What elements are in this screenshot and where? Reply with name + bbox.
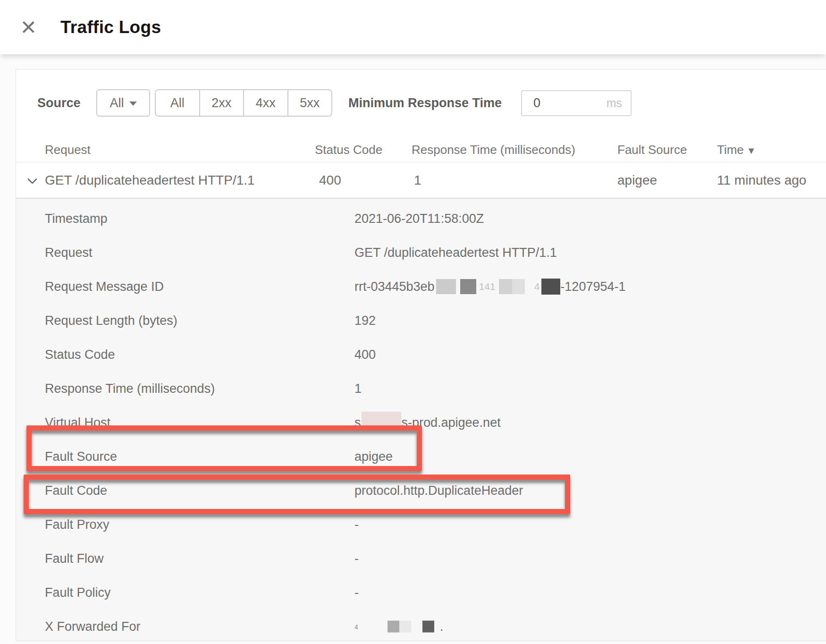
status-filter-4xx[interactable]: 4xx <box>243 90 287 116</box>
min-response-time-label: Minimum Response Time <box>348 96 502 110</box>
msgid-ghost-text: 4 <box>534 281 540 292</box>
status-filter-5xx[interactable]: 5xx <box>287 90 332 116</box>
redaction-block <box>460 279 476 294</box>
traffic-logs-card: Source All All 2xx 4xx 5xx Minimum Respo… <box>16 69 826 641</box>
min-response-time-field: ms <box>521 90 632 116</box>
redaction-block <box>399 621 411 633</box>
xff-ghost-text: 4 <box>354 623 358 630</box>
redaction-block <box>436 279 456 294</box>
detail-label: Request Message ID <box>45 280 164 294</box>
detail-value: 1 <box>354 381 362 396</box>
caret-down-icon <box>129 102 137 106</box>
detail-label: X Forwarded For <box>45 619 141 634</box>
detail-label: Status Code <box>45 347 115 362</box>
close-icon[interactable]: × <box>21 13 36 40</box>
detail-row-timestamp: Timestamp 2021-06-20T11:58:00Z <box>16 202 826 236</box>
ms-unit-label: ms <box>607 96 631 110</box>
column-status-code[interactable]: Status Code <box>315 142 382 157</box>
msgid-ghost-text: 141 <box>479 281 496 292</box>
detail-label: Request <box>45 246 93 260</box>
detail-row-status-code: Status Code 400 <box>16 338 826 372</box>
redaction-block <box>422 621 434 633</box>
detail-row-request: Request GET /duplicateheadertest HTTP/1.… <box>16 236 826 270</box>
detail-row-response-time: Response Time (milliseconds) 1 <box>16 372 826 406</box>
detail-row-fault-flow: Fault Flow - <box>16 542 826 576</box>
min-response-time-input[interactable] <box>522 95 583 111</box>
page-title: Traffic Logs <box>60 17 161 37</box>
source-dropdown[interactable]: All <box>96 89 150 117</box>
panel-header: × Traffic Logs <box>0 0 826 54</box>
msgid-prefix: rrt-03445b3eb <box>354 280 435 294</box>
highlight-box-fault-source <box>26 425 422 471</box>
column-request[interactable]: Request <box>45 142 91 157</box>
detail-row-request-message-id: Request Message ID rrt-03445b3eb 141 4 -… <box>16 270 826 304</box>
collapse-chevron-icon[interactable] <box>27 174 37 184</box>
log-detail-section: Timestamp 2021-06-20T11:58:00Z Request G… <box>16 199 826 641</box>
sort-desc-icon: ▼ <box>747 145 756 155</box>
detail-value: - <box>354 585 359 600</box>
xff-suffix: . <box>440 619 444 634</box>
table-header: Request Status Code Response Time (milli… <box>16 136 826 162</box>
detail-value: 192 <box>354 314 376 328</box>
highlight-box-fault-code <box>24 475 570 514</box>
detail-value: 2021-06-20T11:58:00Z <box>354 212 484 226</box>
detail-label: Fault Proxy <box>45 517 110 532</box>
column-response-time[interactable]: Response Time (milliseconds) <box>412 142 575 157</box>
detail-value: - <box>354 517 359 532</box>
status-filter-group: All 2xx 4xx 5xx <box>155 89 332 117</box>
msgid-suffix: -1207954-1 <box>560 280 625 294</box>
redaction-block <box>541 279 560 295</box>
status-filter-all[interactable]: All <box>156 90 199 116</box>
detail-value-redacted: 4 . <box>354 619 443 634</box>
row-request: GET /duplicateheadertest HTTP/1.1 <box>45 173 255 188</box>
detail-row-fault-policy: Fault Policy - <box>16 576 826 610</box>
row-status-code: 400 <box>319 173 341 188</box>
detail-label: Fault Policy <box>45 585 111 600</box>
status-filter-2xx[interactable]: 2xx <box>199 90 244 116</box>
column-time-label: Time <box>717 142 744 156</box>
detail-label: Timestamp <box>45 212 108 226</box>
detail-label: Response Time (milliseconds) <box>45 381 215 396</box>
redaction-block <box>512 279 525 294</box>
detail-value: GET /duplicateheadertest HTTP/1.1 <box>354 246 557 260</box>
redaction-block <box>499 279 512 294</box>
detail-row-request-length: Request Length (bytes) 192 <box>16 304 826 338</box>
traffic-logs-panel: × Traffic Logs Source All All 2xx 4xx 5x… <box>0 0 826 644</box>
detail-label: Fault Flow <box>45 551 104 566</box>
detail-label: Request Length (bytes) <box>45 314 177 328</box>
source-label: Source <box>37 96 81 110</box>
detail-value: 400 <box>354 347 376 362</box>
redaction-block <box>388 621 399 633</box>
detail-row-x-forwarded-for: X Forwarded For 4 . <box>16 610 826 641</box>
row-fault-source: apigee <box>617 173 657 188</box>
detail-value-redacted: rrt-03445b3eb 141 4 -1207954-1 <box>354 279 625 295</box>
column-fault-source[interactable]: Fault Source <box>617 142 687 157</box>
log-row[interactable]: GET /duplicateheadertest HTTP/1.1 400 1 … <box>16 162 826 198</box>
detail-value: - <box>354 551 359 566</box>
row-time: 11 minutes ago <box>717 173 806 188</box>
row-response-time: 1 <box>414 173 421 188</box>
source-dropdown-value: All <box>110 96 124 110</box>
column-time[interactable]: Time▼ <box>717 142 756 157</box>
